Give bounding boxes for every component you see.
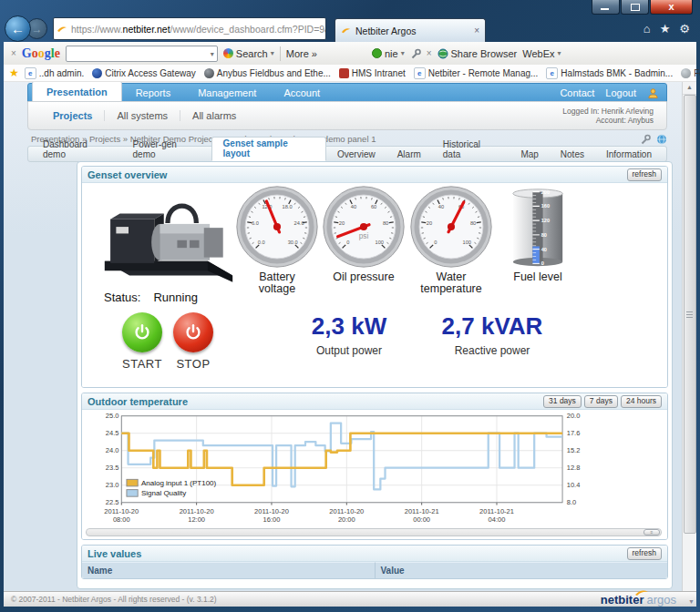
web-globe-icon[interactable] xyxy=(656,134,667,145)
temperature-chart: 25.024.524.023.523.022.520.017.615.212.8… xyxy=(82,412,665,528)
tab-genset-sample-layout[interactable]: Genset sample layout xyxy=(211,137,326,161)
anybus-icon xyxy=(204,68,214,78)
user-icon xyxy=(647,87,659,99)
vertical-scrollbar[interactable]: ▲ xyxy=(682,81,696,592)
toolbar-close-icon[interactable]: × xyxy=(11,48,16,58)
settings-gear-icon[interactable]: ⚙ xyxy=(679,22,690,36)
tab-notes[interactable]: Notes xyxy=(550,148,595,161)
maximize-icon xyxy=(631,4,640,11)
home-icon[interactable]: ⌂ xyxy=(643,22,651,36)
nav-tab-presentation[interactable]: Presentation xyxy=(32,81,122,103)
bookmark-item[interactable]: HMS Intranet xyxy=(339,68,406,78)
genset-refresh-button[interactable]: refresh xyxy=(627,168,662,181)
svg-text:20: 20 xyxy=(427,220,432,226)
bookmark-item[interactable]: Folkets lexikon xyxy=(681,68,700,78)
genset-overview-panel: Genset overview refresh Status:Running 0… xyxy=(81,166,668,388)
nav-tab-management[interactable]: Management xyxy=(184,84,270,102)
favorites-star-icon[interactable]: ★ xyxy=(660,22,671,36)
tab-historical-data[interactable]: Historical data xyxy=(432,138,510,161)
tab-alarm[interactable]: Alarm xyxy=(386,148,432,161)
scroll-up-arrow[interactable]: ▲ xyxy=(683,81,696,95)
subnav-all-systems[interactable]: All systems xyxy=(105,110,180,121)
svg-text:10.4: 10.4 xyxy=(567,481,581,489)
netbiter-argos-logo: netbiterargos xyxy=(601,593,689,607)
start-button[interactable] xyxy=(122,312,162,352)
tab-power-gen-demo[interactable]: Power-gen demo xyxy=(122,138,211,161)
fuel-level-gauge: 20016012080400 xyxy=(507,187,569,269)
status-dot-icon xyxy=(372,48,382,58)
svg-text:100: 100 xyxy=(375,240,384,245)
back-button[interactable]: ← xyxy=(5,15,31,42)
search-history-caret[interactable]: ▾ xyxy=(211,50,214,58)
range-31-days-button[interactable]: 31 days xyxy=(543,395,582,408)
power-icon xyxy=(183,322,203,342)
minimize-button[interactable] xyxy=(592,0,620,15)
svg-text:2011-10-21: 2011-10-21 xyxy=(479,507,514,515)
svg-text:00:00: 00:00 xyxy=(413,515,430,524)
stop-button[interactable] xyxy=(173,312,213,352)
live-values-panel: Live values refresh Name Value xyxy=(81,545,668,579)
maximize-button[interactable] xyxy=(621,0,649,15)
session-info: Logged In: Henrik Arleving Account: Anyb… xyxy=(562,107,654,125)
live-values-header-row: Name Value xyxy=(82,562,667,578)
outdoor-temperature-panel: Outdoor temperature 31 days 7 days 24 ho… xyxy=(81,393,668,540)
wrench-icon[interactable] xyxy=(410,48,421,59)
google-logo: Google xyxy=(22,46,60,61)
tab-close-icon[interactable]: × xyxy=(474,26,479,36)
bookmark-item[interactable]: eNetbiter - Remote Manag... xyxy=(414,67,539,79)
chart-range-slider[interactable]: ≡ xyxy=(86,528,662,536)
nav-tab-account[interactable]: Account xyxy=(270,84,334,102)
chart-panel-title: Outdoor temperature xyxy=(88,396,188,407)
scroll-down-arrow[interactable]: ▼ xyxy=(688,598,695,605)
tab-information[interactable]: Information xyxy=(595,148,663,161)
live-values-refresh-button[interactable]: refresh xyxy=(627,547,662,560)
subnav-all-alarms[interactable]: All alarms xyxy=(180,110,248,121)
scrollbar-thumb[interactable] xyxy=(684,95,696,534)
google-search-button[interactable]: Search▾ xyxy=(223,48,274,59)
google-search-input[interactable]: ▾ xyxy=(66,46,218,62)
browser-tab[interactable]: Netbiter Argos × xyxy=(335,18,486,42)
range-24-hours-button[interactable]: 24 hours xyxy=(621,395,662,408)
web-page: Presentation Reports Management Account … xyxy=(4,81,696,592)
svg-text:12.8: 12.8 xyxy=(567,464,581,472)
close-button[interactable]: x xyxy=(650,0,693,15)
status-label: Status: xyxy=(104,291,140,304)
main-navigation: Presentation Reports Management Account … xyxy=(27,83,667,103)
svg-text:2011-10-20: 2011-10-20 xyxy=(329,507,364,515)
share-browser-button[interactable]: Share Browser xyxy=(438,48,518,59)
svg-text:2011-10-21: 2011-10-21 xyxy=(405,507,439,515)
bookmark-item[interactable]: Citrix Access Gateway xyxy=(92,68,195,78)
share-close-icon[interactable]: × xyxy=(427,48,432,58)
bookmark-item[interactable]: eHalmstads BMK - Badmin... xyxy=(546,67,673,79)
range-7-days-button[interactable]: 7 days xyxy=(584,395,618,408)
tab-map[interactable]: Map xyxy=(510,148,549,161)
sub-navigation: Projects All systems All alarms Logged I… xyxy=(27,101,667,130)
svg-text:24.0: 24.0 xyxy=(294,220,304,226)
slider-handle[interactable]: ≡ xyxy=(643,529,660,536)
tab-favicon xyxy=(341,26,351,36)
app-footer: © 2007-2011 - Netbiter Argos - All right… xyxy=(4,591,696,607)
browser-chrome: ← → https://www.netbiter.net/www/device_… xyxy=(5,15,695,42)
column-header-name: Name xyxy=(82,562,376,578)
contact-link[interactable]: Contact xyxy=(560,87,594,98)
live-values-title: Live values xyxy=(88,548,141,559)
add-favorite-star-icon[interactable]: ★ xyxy=(9,66,19,79)
svg-text:20.0: 20.0 xyxy=(567,412,581,420)
svg-text:Signal Quality: Signal Quality xyxy=(141,489,186,497)
tab-dashboard-demo[interactable]: Dashboard demo xyxy=(32,138,122,161)
more-menu[interactable]: More » xyxy=(286,48,317,59)
logout-link[interactable]: Logout xyxy=(605,87,636,98)
tools-wrench-icon[interactable] xyxy=(640,134,651,145)
subnav-projects[interactable]: Projects xyxy=(41,110,105,121)
svg-text:20:00: 20:00 xyxy=(338,515,355,524)
svg-text:0: 0 xyxy=(346,240,349,245)
bookmark-item[interactable]: Anybus Fieldbus and Ethe... xyxy=(204,68,331,78)
address-bar[interactable]: https://www.netbiter.net/www/device_dash… xyxy=(53,17,326,40)
bookmark-item[interactable]: e..dh admin. xyxy=(25,67,84,79)
nav-tab-reports[interactable]: Reports xyxy=(122,84,185,102)
genset-status: Status:Running xyxy=(104,291,198,304)
webex-button[interactable]: WebEx▾ xyxy=(522,48,561,59)
dashboard-content: Genset overview refresh Status:Running 0… xyxy=(77,161,673,589)
nie-button[interactable]: nie▾ xyxy=(372,48,405,59)
tab-overview[interactable]: Overview xyxy=(326,148,386,161)
